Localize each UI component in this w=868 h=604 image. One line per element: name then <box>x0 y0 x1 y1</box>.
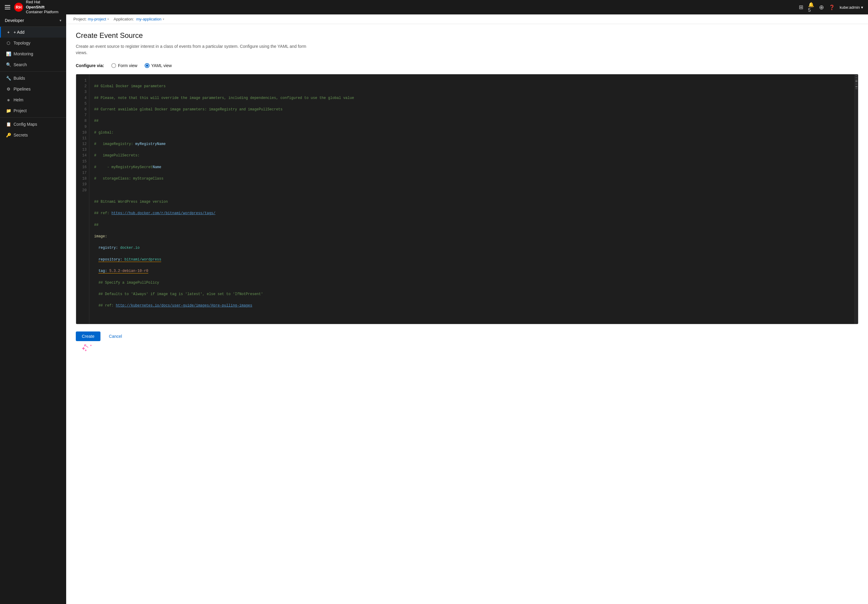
sidebar-item-helm[interactable]: ⎈ Helm <box>0 95 66 105</box>
help-icon[interactable]: ❓ <box>829 5 835 10</box>
code-line-2: ## Please, note that this will override … <box>94 95 849 101</box>
code-line-12: ## ref: https://hub.docker.com/r/bitnami… <box>94 211 849 216</box>
breadcrumb: Project: my-project ▾ Application: my-ap… <box>66 14 868 24</box>
code-line-18: ## Specify a imagePullPolicy <box>94 280 849 286</box>
breadcrumb-application-arrow-icon: ▾ <box>163 17 164 21</box>
notification-badge: 5 <box>808 8 814 13</box>
code-line-4: ## <box>94 118 849 124</box>
code-content[interactable]: ## Global Docker image parameters ## Ple… <box>89 74 854 324</box>
code-line-14: image: <box>94 234 849 239</box>
monitoring-nav-icon: 📊 <box>6 51 11 56</box>
code-line-8: # - myRegistryKeySecretName <box>94 165 849 170</box>
config-maps-nav-icon: 📋 <box>6 122 11 127</box>
sidebar-item-helm-label: Helm <box>14 98 23 102</box>
helm-nav-icon: ⎈ <box>6 98 11 102</box>
code-editor-wrapper[interactable]: 12345 678910 1112131415 1617181920 ## Gl… <box>76 74 859 324</box>
user-menu-chevron-icon: ▾ <box>861 5 863 9</box>
code-line-13: ## <box>94 222 849 228</box>
form-view-radio[interactable]: Form view <box>111 63 138 68</box>
top-navigation: RH Red Hat OpenShift Container Platform … <box>0 0 868 14</box>
sidebar-item-monitoring[interactable]: 📊 Monitoring <box>0 48 66 59</box>
sidebar-item-project-label: Project <box>14 108 27 113</box>
code-line-5: # global: <box>94 130 849 136</box>
sidebar-item-topology[interactable]: ⬡ Topology <box>0 37 66 48</box>
sidebar-item-secrets-label: Secrets <box>14 133 28 137</box>
code-line-3: ## Current available global Docker image… <box>94 107 849 112</box>
redhat-logo-icon: RH <box>14 2 23 12</box>
builds-nav-icon: 🔧 <box>6 76 11 81</box>
cursor-indicator: ↖ ✦ ✦ ✦ <box>84 342 89 350</box>
sidebar-navigation: + + Add ⬡ Topology 📊 Monitoring 🔍 Search… <box>0 27 66 604</box>
create-button[interactable]: Create <box>76 331 101 341</box>
action-buttons: Create Cancel ↖ ✦ ✦ ✦ <box>76 331 859 341</box>
apps-grid-icon[interactable]: ⊞ <box>799 4 803 11</box>
notifications-icon[interactable]: 🔔 5 <box>808 2 814 13</box>
code-line-11: ## Bitnami WordPress image version <box>94 199 849 205</box>
cancel-button[interactable]: Cancel <box>105 331 126 341</box>
breadcrumb-project-label: Project: <box>73 17 87 21</box>
sidebar-item-builds[interactable]: 🔧 Builds <box>0 73 66 84</box>
sidebar-item-monitoring-label: Monitoring <box>14 51 33 56</box>
secrets-nav-icon: 🔑 <box>6 133 11 137</box>
sidebar-item-config-maps[interactable]: 📋 Config Maps <box>0 119 66 130</box>
breadcrumb-application[interactable]: Application: my-application ▾ <box>114 17 164 21</box>
configure-via-section: Configure via: Form view YAML view <box>76 63 859 68</box>
editor-scrollbar[interactable] <box>854 74 858 324</box>
sidebar-item-add-label: + Add <box>14 30 24 34</box>
user-menu[interactable]: kube:admin ▾ <box>840 5 863 9</box>
breadcrumb-application-label: Application: <box>114 17 134 21</box>
code-line-6: # imageRegistry: myRegistryName <box>94 141 849 147</box>
yaml-view-radio-dot <box>146 64 148 67</box>
sidebar: Developer ▾ + + Add ⬡ Topology 📊 Monitor… <box>0 14 66 604</box>
yaml-view-radio[interactable]: YAML view <box>145 63 172 68</box>
configure-via-label: Configure via: <box>76 63 104 68</box>
sidebar-item-pipelines[interactable]: ⚙ Pipelines <box>0 84 66 95</box>
code-line-9: # storageClass: myStorageClass <box>94 176 849 182</box>
topology-nav-icon: ⬡ <box>6 40 11 45</box>
add-nav-icon: + <box>6 30 11 34</box>
code-line-7: # imagePullSecrets: <box>94 153 849 158</box>
yaml-view-radio-circle <box>145 63 149 68</box>
breadcrumb-project-value: my-project <box>88 17 106 21</box>
sidebar-item-search-label: Search <box>14 62 27 67</box>
context-switcher-chevron-icon: ▾ <box>60 19 61 23</box>
search-nav-icon: 🔍 <box>6 62 11 67</box>
breadcrumb-project[interactable]: Project: my-project ▾ <box>73 17 109 21</box>
code-line-1: ## Global Docker image parameters <box>94 84 849 89</box>
page-title: Create Event Source <box>76 31 859 40</box>
sidebar-item-add[interactable]: + + Add <box>0 27 66 37</box>
line-numbers: 12345 678910 1112131415 1617181920 <box>76 74 89 324</box>
code-line-17: tag: 5.3.2-debian-10-r0 <box>94 268 849 274</box>
sidebar-item-config-maps-label: Config Maps <box>14 122 37 127</box>
code-editor[interactable]: 12345 678910 1112131415 1617181920 ## Gl… <box>76 74 858 324</box>
main-content: Project: my-project ▾ Application: my-ap… <box>66 14 868 604</box>
pipelines-nav-icon: ⚙ <box>6 87 11 92</box>
add-icon[interactable]: ⊕ <box>819 4 824 11</box>
yaml-view-label: YAML view <box>151 63 172 68</box>
sidebar-item-secrets[interactable]: 🔑 Secrets <box>0 130 66 140</box>
breadcrumb-project-arrow-icon: ▾ <box>107 17 109 21</box>
breadcrumb-application-value: my-application <box>136 17 161 21</box>
hamburger-menu-icon[interactable] <box>5 5 10 9</box>
sidebar-item-search[interactable]: 🔍 Search <box>0 59 66 70</box>
context-switcher[interactable]: Developer ▾ <box>0 14 66 27</box>
brand-text: Red Hat OpenShift Container Platform <box>26 0 58 15</box>
page-description: Create an event source to register inter… <box>76 43 316 56</box>
code-line-15: registry: docker.io <box>94 245 849 251</box>
form-view-label: Form view <box>118 63 138 68</box>
sidebar-item-project[interactable]: 📁 Project <box>0 105 66 116</box>
form-view-radio-circle <box>111 63 116 68</box>
project-nav-icon: 📁 <box>6 108 11 113</box>
sidebar-item-pipelines-label: Pipelines <box>14 87 31 92</box>
sidebar-item-topology-label: Topology <box>14 40 30 45</box>
code-line-16: repository: bitnami/wordpress <box>94 257 849 262</box>
sidebar-item-builds-label: Builds <box>14 76 25 81</box>
code-line-19: ## Defaults to 'Always' if image tag is … <box>94 292 849 297</box>
code-line-10 <box>94 188 849 193</box>
code-line-20: ## ref: http://kubernetes.io/docs/user-g… <box>94 303 849 309</box>
brand-logo: RH Red Hat OpenShift Container Platform <box>14 0 58 15</box>
page-body: Create Event Source Create an event sour… <box>66 24 868 604</box>
